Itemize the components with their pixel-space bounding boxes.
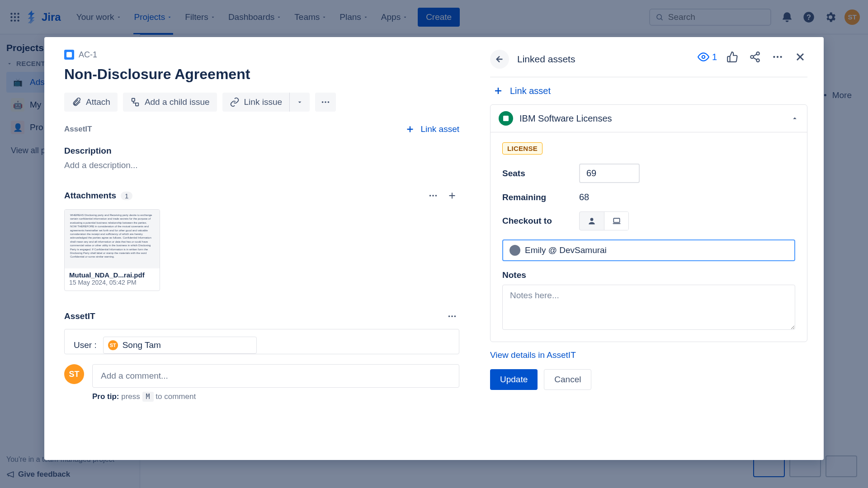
seats-input[interactable] bbox=[579, 164, 640, 183]
modal-more[interactable] bbox=[770, 50, 785, 64]
remaining-label: Remaining bbox=[502, 192, 579, 202]
svg-rect-30 bbox=[503, 116, 509, 121]
close-modal[interactable] bbox=[793, 50, 807, 64]
checkout-type-toggle bbox=[579, 211, 629, 230]
thumbs-up-icon bbox=[726, 51, 738, 63]
plus-icon bbox=[493, 85, 504, 96]
svg-point-31 bbox=[590, 218, 594, 221]
attach-button[interactable]: Attach bbox=[64, 93, 118, 112]
svg-point-19 bbox=[435, 195, 437, 197]
update-button[interactable]: Update bbox=[490, 369, 538, 390]
issue-type-icon bbox=[64, 50, 74, 60]
description-heading: Description bbox=[64, 146, 459, 156]
asset-card: IBM Software Licenses LICENSE Seats Rema… bbox=[490, 104, 807, 342]
svg-point-17 bbox=[429, 195, 431, 197]
checkout-user-avatar bbox=[509, 245, 520, 256]
svg-rect-13 bbox=[136, 103, 138, 106]
back-button[interactable] bbox=[490, 50, 509, 69]
like-button[interactable] bbox=[725, 50, 740, 64]
asset-icon bbox=[499, 111, 513, 126]
checkout-asset-toggle[interactable] bbox=[604, 212, 628, 230]
child-issue-icon bbox=[130, 97, 140, 107]
description-field[interactable]: Add a description... bbox=[64, 160, 459, 170]
laptop-icon bbox=[612, 216, 621, 225]
attachments-more[interactable] bbox=[426, 188, 440, 203]
svg-point-29 bbox=[780, 56, 782, 58]
notes-textarea[interactable] bbox=[502, 285, 795, 330]
link-icon bbox=[230, 97, 240, 107]
dots-icon bbox=[772, 51, 783, 63]
dots-icon bbox=[447, 311, 457, 321]
notes-label: Notes bbox=[502, 270, 795, 280]
plus-icon bbox=[447, 191, 457, 201]
add-attachment[interactable] bbox=[445, 188, 459, 203]
svg-point-23 bbox=[702, 56, 705, 59]
comment-avatar: ST bbox=[64, 364, 84, 384]
cancel-button[interactable]: Cancel bbox=[544, 369, 591, 390]
linked-assets-heading: Linked assets bbox=[517, 54, 575, 65]
chevron-up-icon bbox=[791, 114, 799, 122]
checkout-to-label: Checkout to bbox=[502, 216, 579, 226]
user-chip[interactable]: ST Song Tam bbox=[103, 337, 257, 354]
more-actions-button[interactable] bbox=[315, 93, 336, 112]
eye-icon bbox=[698, 51, 709, 63]
svg-point-14 bbox=[322, 101, 324, 103]
breadcrumb[interactable]: AC-1 bbox=[64, 50, 459, 60]
assetit-label: AssetIT bbox=[64, 125, 92, 134]
issue-title[interactable]: Non-Disclosure Agreement bbox=[64, 66, 459, 83]
attachments-count: 1 bbox=[121, 192, 132, 200]
issue-key[interactable]: AC-1 bbox=[79, 50, 97, 60]
link-asset-inline[interactable]: Link asset bbox=[405, 124, 459, 134]
issue-modal: AC-1 Non-Disclosure Agreement Attach Add… bbox=[44, 37, 824, 460]
svg-point-16 bbox=[328, 101, 330, 103]
keyboard-key: M bbox=[142, 392, 154, 402]
svg-point-18 bbox=[432, 195, 434, 197]
attachment-thumbnail: WHEREAS Disclosing party and Receiving p… bbox=[65, 210, 160, 268]
plus-icon bbox=[405, 124, 415, 134]
svg-rect-12 bbox=[132, 99, 135, 101]
user-chip-name: Song Tam bbox=[123, 340, 161, 350]
attachment-name: Mutual_NDA_D...rai.pdf bbox=[69, 271, 155, 279]
checkout-user-input[interactable]: Emily @ DevSamurai bbox=[502, 239, 795, 261]
assetit-panel-more[interactable] bbox=[445, 309, 459, 324]
protip: Pro tip: press M to comment bbox=[92, 392, 459, 401]
remaining-value: 68 bbox=[579, 192, 589, 202]
checkout-user-toggle[interactable] bbox=[580, 212, 604, 230]
asset-title: IBM Software Licenses bbox=[519, 113, 784, 124]
link-asset-button[interactable]: Link asset bbox=[490, 77, 807, 104]
svg-point-27 bbox=[773, 56, 775, 58]
chevron-down-icon bbox=[296, 99, 303, 106]
comment-input[interactable]: Add a comment... bbox=[92, 364, 459, 388]
license-icon bbox=[502, 114, 510, 122]
user-label: User : bbox=[74, 340, 97, 350]
dots-icon bbox=[428, 191, 438, 201]
license-badge: LICENSE bbox=[502, 142, 542, 155]
attach-icon bbox=[71, 97, 81, 107]
attachments-heading: Attachments bbox=[64, 191, 116, 201]
attachment-card[interactable]: WHEREAS Disclosing party and Receiving p… bbox=[64, 209, 160, 291]
svg-point-28 bbox=[777, 56, 778, 58]
svg-rect-32 bbox=[613, 218, 619, 222]
svg-point-20 bbox=[448, 315, 450, 317]
user-icon bbox=[587, 216, 596, 225]
seats-label: Seats bbox=[502, 169, 579, 178]
svg-point-26 bbox=[756, 59, 760, 62]
asset-card-header[interactable]: IBM Software Licenses bbox=[491, 105, 807, 132]
user-chip-avatar: ST bbox=[108, 340, 118, 350]
add-child-issue-button[interactable]: Add a child issue bbox=[123, 93, 217, 112]
svg-point-24 bbox=[756, 52, 760, 55]
close-icon bbox=[794, 51, 807, 63]
assetit-panel-heading: AssetIT bbox=[64, 311, 95, 321]
view-details-link[interactable]: View details in AssetIT bbox=[490, 350, 807, 360]
checkout-user-name: Emily @ DevSamurai bbox=[525, 245, 607, 255]
svg-point-22 bbox=[454, 315, 456, 317]
attachment-date: 15 May 2024, 05:42 PM bbox=[69, 279, 155, 286]
link-issue-dropdown[interactable] bbox=[289, 93, 310, 112]
watch-count[interactable]: 1 bbox=[698, 51, 717, 63]
link-issue-button[interactable]: Link issue bbox=[222, 93, 290, 112]
arrow-left-icon bbox=[495, 54, 505, 64]
share-button[interactable] bbox=[748, 50, 762, 64]
svg-point-15 bbox=[325, 101, 326, 103]
dots-icon bbox=[321, 97, 330, 107]
svg-point-21 bbox=[451, 315, 453, 317]
